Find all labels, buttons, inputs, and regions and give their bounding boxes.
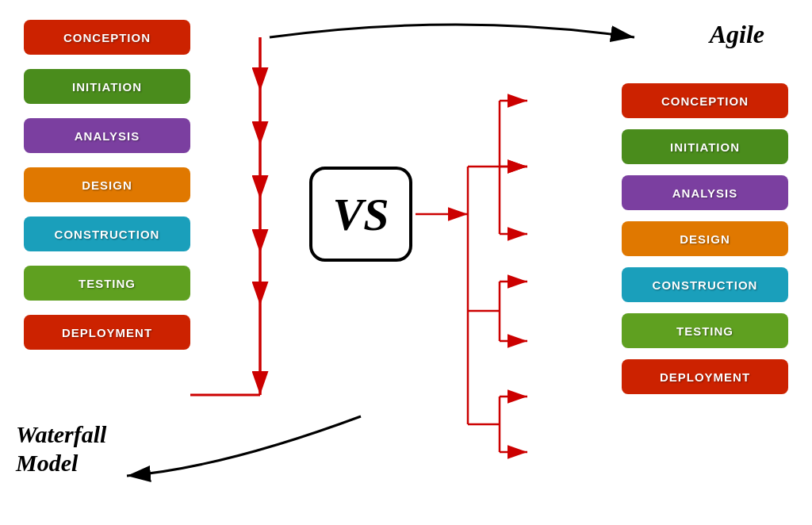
right-stage-analysis: ANALYSIS [622, 175, 788, 210]
right-stage-deployment: DEPLOYMENT [622, 359, 788, 394]
vs-box: VS [309, 167, 412, 262]
right-stage-initiation: INITIATION [622, 129, 788, 164]
left-stage-deployment: DEPLOYMENT [24, 315, 190, 350]
left-stage-construction: CONSTRUCTION [24, 217, 190, 251]
left-stage-design: DESIGN [24, 167, 190, 202]
left-stage-analysis: ANALYSIS [24, 118, 190, 153]
right-stage-design: DESIGN [622, 221, 788, 256]
agile-label: Agile [710, 20, 764, 49]
left-stage-initiation: INITIATION [24, 69, 190, 104]
right-stage-conception: CONCEPTION [622, 83, 788, 118]
right-stage-testing: TESTING [622, 313, 788, 348]
left-stage-conception: CONCEPTION [24, 20, 190, 55]
left-stages: CONCEPTIONINITIATIONANALYSISDESIGNCONSTR… [24, 20, 190, 350]
right-stage-construction: CONSTRUCTION [622, 267, 788, 302]
waterfall-label: WaterfallModel [16, 420, 106, 477]
vs-label: VS [333, 188, 389, 241]
left-stage-testing: TESTING [24, 266, 190, 301]
right-stages: CONCEPTIONINITIATIONANALYSISDESIGNCONSTR… [622, 83, 788, 394]
